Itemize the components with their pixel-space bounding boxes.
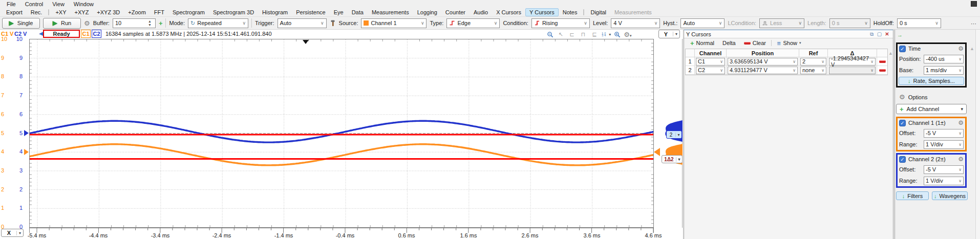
window-icon[interactable] [971, 1, 977, 7]
mode-select[interactable]: ↻ Repeated ∨ [188, 18, 248, 28]
view-tab[interactable]: +XYZ 3D [93, 8, 124, 16]
add-normal-cursor-button[interactable]: + Normal [687, 39, 717, 48]
menu-item[interactable]: Window [69, 1, 98, 8]
x-axis-menu-button[interactable]: X▾ [1, 229, 24, 237]
view-tab[interactable]: Audio [470, 8, 492, 16]
level-select[interactable]: 4 V ∨ [611, 18, 660, 28]
add-channel-button[interactable]: + Add Channel ▾ [896, 104, 967, 114]
view-tab[interactable]: Data [348, 8, 368, 16]
channel2-offset-select[interactable]: -5 V∨ [924, 165, 964, 174]
view-tab[interactable]: Notes [559, 8, 582, 16]
view-tab[interactable]: +Zoom [124, 8, 150, 16]
cursor1-handle[interactable]: 1Δ2▾ [662, 155, 683, 163]
table-scroll-up-icon[interactable]: ▲ [888, 51, 893, 56]
toolbar-overflow-icon[interactable]: ⋯ [971, 20, 977, 27]
separator [165, 18, 166, 28]
view-tab[interactable]: Eye [330, 8, 348, 16]
view-tab[interactable]: Export [2, 8, 27, 16]
buffer-input[interactable]: 10 ▲▼ [113, 18, 156, 28]
time-base-select[interactable]: 1 ms/div∨ [924, 66, 964, 75]
view-tab[interactable]: Measurements [368, 8, 413, 16]
maximize-icon[interactable]: ▢ [876, 31, 883, 37]
channel2-range-select[interactable]: 1 V/div∨ [924, 177, 964, 185]
channel1-gear-icon[interactable]: ⚙ [958, 119, 964, 126]
time-position-select[interactable]: -400 us∨ [924, 55, 964, 63]
add-delta-cursor-button[interactable]: Delta [719, 39, 739, 47]
type-select[interactable]: Edge ∨ [446, 18, 500, 28]
view-tab[interactable]: +XY [51, 8, 70, 16]
view-tab[interactable]: Digital [586, 8, 610, 16]
zoom-fit-icon[interactable] [614, 31, 621, 38]
cursor1-channel-select[interactable]: C1∨ [696, 58, 725, 66]
condition-select[interactable]: Rising ∨ [531, 18, 590, 28]
channel2-badge[interactable]: C2 [92, 30, 101, 38]
view-tab[interactable]: Y Cursors [525, 8, 559, 16]
channel2-gear-icon[interactable]: ⚙ [958, 156, 964, 163]
view-tab[interactable]: +XYZ [71, 8, 93, 16]
measure-vertical-icon[interactable]: ⊓ [579, 31, 587, 38]
time-gear-icon[interactable]: ⚙ [958, 45, 964, 52]
sidebar-scroll-up-icon[interactable]: ▲ [970, 46, 974, 51]
c2-offset-marker[interactable] [24, 130, 29, 136]
cursor2-channel-select[interactable]: C2∨ [696, 67, 725, 74]
source-select[interactable]: Channel 1 ∨ [361, 18, 427, 28]
cursor2-ref-select[interactable]: none∨ [800, 67, 826, 74]
show-menu-button[interactable]: ≣ Show ▾ [774, 39, 804, 47]
cursor1-position-select[interactable]: 3.636595134 V∨ [728, 58, 798, 66]
view-tab[interactable]: Persistence [292, 8, 329, 16]
cursor2-handle[interactable]: 2▾ [666, 131, 682, 139]
channel1-offset-select[interactable]: -5 V∨ [924, 129, 964, 138]
time-enable-checkbox[interactable]: ✓ [899, 46, 906, 52]
wavegens-button[interactable]: ↓ Wavegens [932, 191, 968, 200]
menu-item[interactable]: File [2, 1, 20, 8]
restore-icon[interactable]: ⧉ [868, 31, 876, 37]
single-button[interactable]: ▶ Single [2, 18, 40, 29]
filters-button[interactable]: ↓ Filters [896, 191, 929, 200]
trigger-level-arrow-icon[interactable] [654, 148, 660, 156]
holdoff-select[interactable]: 0 s ∨ [897, 18, 941, 28]
channel1-badge[interactable]: C1 [81, 30, 91, 38]
menu-item[interactable]: Control [20, 1, 48, 8]
view-tab[interactable]: X Cursors [492, 8, 525, 16]
channel2-enable-checkbox[interactable]: ✓ [899, 156, 906, 163]
cursor1-delta-select[interactable]: -1.2945343427 V∨ [829, 58, 876, 66]
measure-step-icon[interactable]: ⊑ [590, 31, 599, 38]
clear-cursors-button[interactable]: Clear [741, 39, 769, 47]
chevron-down-icon: ∨ [719, 20, 722, 26]
run-button[interactable]: ▶ Run [43, 18, 81, 29]
trigger-select[interactable]: Auto ∨ [278, 18, 327, 28]
trigger-setup-icon[interactable] [330, 19, 336, 27]
view-tab[interactable]: Rec. [27, 8, 47, 16]
channel1-enable-checkbox[interactable]: ✓ [899, 120, 906, 126]
quick-measure-icon[interactable]: 1 23 4 [602, 32, 606, 36]
dock-arrow-icon[interactable]: → [897, 32, 903, 38]
acquisition-gear-icon[interactable]: ⚙ [84, 19, 90, 27]
view-tab[interactable]: Spectrogram 3D [209, 8, 258, 16]
channel1-range-select[interactable]: 1 V/div∨ [924, 140, 964, 149]
cursor2-position-select[interactable]: 4.931129477 V∨ [728, 67, 798, 74]
buffer-spinner[interactable]: ▲▼ [146, 19, 153, 28]
rate-samples-button[interactable]: ↓ Rate, Samples... [899, 77, 964, 85]
options-button[interactable]: ⚙ Options [899, 93, 928, 101]
y-cursors-titlebar[interactable]: Y Cursors ⧉ ▢ ✕ [684, 30, 893, 38]
view-tab[interactable]: Logging [413, 8, 441, 16]
cursor1-ref-select[interactable]: 2∨ [800, 58, 826, 66]
plot-settings-gear-icon[interactable]: ⚙▾ [624, 31, 631, 38]
remove-cursor-button[interactable] [879, 69, 886, 72]
zoom-in-icon[interactable] [547, 31, 553, 38]
close-icon[interactable]: ✕ [883, 31, 891, 37]
c1-trigger-level-marker[interactable] [24, 149, 29, 155]
waveform-plot[interactable] [29, 39, 654, 228]
y-axis-menu-button[interactable]: Y▾ [658, 30, 680, 38]
hysteresis-select[interactable]: Auto ∨ [680, 18, 725, 28]
view-tab[interactable]: Spectrogram [168, 8, 209, 16]
measure-horizontal-icon[interactable]: ⊏ [568, 31, 576, 38]
view-tab[interactable]: Histogram [258, 8, 292, 16]
cursor-arrow-icon[interactable]: ↖ [557, 31, 565, 38]
view-tab[interactable]: Counter [441, 8, 470, 16]
add-buffer-icon[interactable]: + [159, 19, 163, 27]
dropdown-icon[interactable]: ▾ [609, 32, 611, 37]
view-tab[interactable]: FFT [150, 8, 168, 16]
menu-item[interactable]: View [48, 1, 69, 8]
remove-cursor-button[interactable] [879, 60, 886, 63]
